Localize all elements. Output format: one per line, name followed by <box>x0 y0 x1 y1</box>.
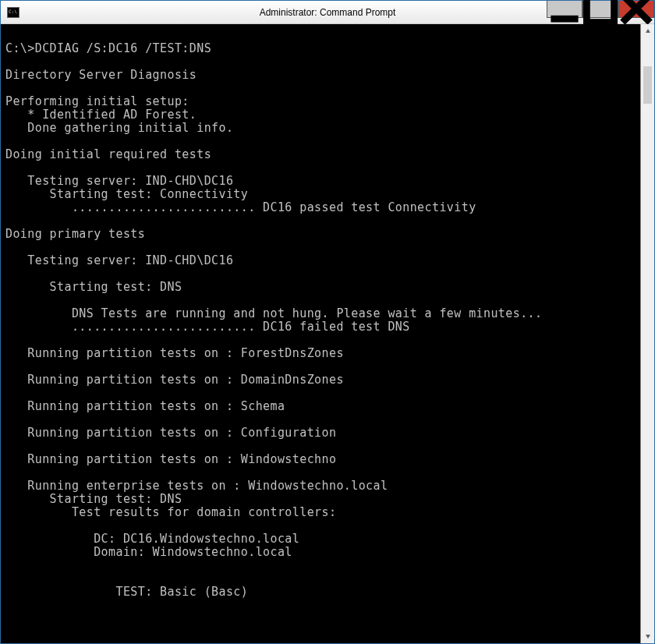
window-buttons <box>547 1 654 18</box>
scroll-up-button[interactable] <box>641 24 654 38</box>
svg-marker-5 <box>646 635 650 639</box>
svg-rect-0 <box>551 16 578 23</box>
console-output[interactable]: C:\>DCDIAG /S:DC16 /TEST:DNS Directory S… <box>1 24 640 643</box>
svg-rect-1 <box>586 0 614 23</box>
close-button[interactable] <box>618 1 654 18</box>
scroll-track[interactable] <box>641 38 654 629</box>
maximize-button[interactable] <box>582 1 618 18</box>
window-title: Administrator: Command Prompt <box>260 7 396 18</box>
titlebar[interactable]: Administrator: Command Prompt <box>1 1 654 24</box>
minimize-button[interactable] <box>547 1 582 18</box>
app-icon <box>7 7 19 18</box>
client-area: C:\>DCDIAG /S:DC16 /TEST:DNS Directory S… <box>1 24 654 643</box>
scroll-thumb[interactable] <box>643 66 652 104</box>
command-prompt-window: Administrator: Command Prompt C:\>DCDIAG… <box>0 0 655 644</box>
vertical-scrollbar[interactable] <box>640 24 654 643</box>
svg-marker-4 <box>646 29 650 33</box>
scroll-down-button[interactable] <box>641 629 654 643</box>
